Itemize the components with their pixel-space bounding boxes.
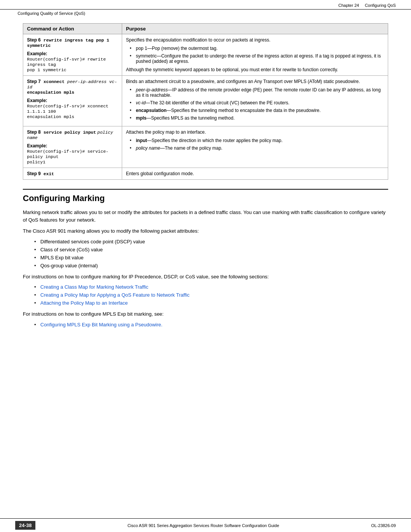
attributes-list: Differentiated services code point (DSCP…	[30, 239, 388, 268]
step8-bullets: input—Specifies the direction in which t…	[126, 138, 384, 151]
step9-purpose-cell: Enters global configuration mode.	[122, 168, 388, 180]
link-item3: Attaching the Policy Map to an Interface	[34, 300, 388, 306]
sub-header: Configuring Quality of Service (QoS)	[0, 10, 411, 16]
step9-step: Step 9	[27, 171, 42, 176]
step8-example-label: Example:	[27, 143, 47, 149]
step6-example-code: Router(config-if-svr)# rewrite ingress t…	[27, 57, 106, 72]
step9-cmd: exit	[43, 171, 54, 176]
page-footer: 24-38 Cisco ASR 901 Series Aggregation S…	[0, 518, 411, 532]
section-title: Configuring Marking	[23, 189, 388, 203]
link-attach-policy[interactable]: Attaching the Policy Map to an Interface	[40, 300, 128, 306]
section-para2: The Cisco ASR 901 marking allows you to …	[23, 227, 388, 235]
main-content: Command or Action Purpose Step 6 rewrite…	[0, 16, 411, 518]
page-container: Chapter 24 Configuring QoS Configuring Q…	[0, 0, 411, 532]
step7-bullet1: peer-ip-address—IP address of the remote…	[130, 87, 384, 98]
link-item1: Creating a Class Map for Marking Network…	[34, 284, 388, 290]
mpls-link-item: Configuring MPLS Exp Bit Marking using a…	[34, 322, 388, 328]
step6-bullet1: pop 1—Pop (remove) the outermost tag.	[130, 46, 384, 51]
link-policy-map[interactable]: Creating a Policy Map for Applying a QoS…	[40, 292, 190, 298]
link-item2: Creating a Policy Map for Applying a QoS…	[34, 292, 388, 298]
step7-bullet3: encapsulation—Specifies the tunneling me…	[130, 108, 384, 113]
step7-bullets: peer-ip-address—IP address of the remote…	[126, 87, 384, 121]
mpls-link-list: Configuring MPLS Exp Bit Marking using a…	[30, 322, 388, 328]
step7-cmd-main: xconnect	[43, 79, 64, 84]
chapter-title: Configuring QoS	[365, 3, 396, 8]
step6-purpose-cell: Specifies the encapsulation modification…	[122, 34, 388, 76]
table-row: Step 6 rewrite ingress tag pop 1 symmetr…	[23, 34, 388, 76]
step8-bullet2: policy name—The name of the policy map.	[130, 145, 384, 151]
footer-center-text: Cisco ASR 901 Series Aggregation Service…	[35, 523, 371, 528]
section-para4: For instructions on how to configure MPL…	[23, 310, 388, 318]
step7-example-label: Example:	[27, 98, 47, 103]
table-row: Step 8 service policy input policy name …	[23, 126, 388, 168]
step7-label: Step 7 xconnect peer-ip-address vc-id en…	[27, 79, 118, 95]
step8-bullet1: input—Specifies the direction in which t…	[130, 138, 384, 143]
page-header: Chapter 24 Configuring QoS	[0, 0, 411, 10]
section-para3: For instructions on how to configure mar…	[23, 273, 388, 281]
step8-command-cell: Step 8 service policy input policy name …	[23, 126, 122, 168]
links-list: Creating a Class Map for Marking Network…	[30, 284, 388, 306]
step6-example-label: Example:	[27, 51, 47, 56]
step8-example-code: Router(config-if-srv)# service-policy in…	[27, 149, 108, 165]
sub-header-text: Configuring Quality of Service (QoS)	[18, 11, 85, 16]
step8-label: Step 8 service policy input policy name	[27, 129, 118, 140]
step9-purpose-intro: Enters global configuration mode.	[126, 171, 384, 176]
table-header-purpose: Purpose	[122, 24, 388, 34]
step8-step: Step 8	[27, 129, 42, 135]
footer-page-num: 24-38	[15, 521, 35, 530]
step8-purpose-intro: Attaches the policy map to an interface.	[126, 129, 384, 135]
attr-item4: Qos-group value (internal)	[34, 263, 388, 268]
section-para1: Marking network traffic allows you to se…	[23, 209, 388, 224]
step6-command-cell: Step 6 rewrite ingress tag pop 1 symmetr…	[23, 34, 122, 76]
step6-bullet2: symmetric—Configure the packet to underg…	[130, 53, 384, 64]
step7-step: Step 7	[27, 79, 42, 84]
link-mpls[interactable]: Configuring MPLS Exp Bit Marking using a…	[40, 322, 162, 328]
step6-step: Step 6	[27, 37, 42, 43]
step7-bullet4: mpls—Specifies MPLS as the tunneling met…	[130, 115, 384, 121]
link-class-map[interactable]: Creating a Class Map for Marking Network…	[40, 284, 148, 290]
step7-cmd-enc: encapsulation mpls	[27, 90, 74, 95]
step7-example-code: Router(config-if-srv)# xconnect 1.1.1.1 …	[27, 104, 108, 119]
step7-bullet2: vc-id—The 32-bit identifier of the virtu…	[130, 100, 384, 105]
chapter-label: Chapter 24	[338, 3, 359, 8]
table-header-command: Command or Action	[23, 24, 122, 34]
step6-label: Step 6 rewrite ingress tag pop 1 symmetr…	[27, 37, 118, 48]
step8-cmd-main: service policy input	[43, 130, 96, 135]
step6-bullets: pop 1—Pop (remove) the outermost tag. sy…	[126, 46, 384, 64]
header-chapter: Chapter 24 Configuring QoS	[338, 3, 396, 8]
step7-purpose-cell: Binds an attachment circuit to a pseudow…	[122, 76, 388, 126]
step9-command-cell: Step 9 exit	[23, 168, 122, 180]
table-row: Step 9 exit Enters global configuration …	[23, 168, 388, 180]
attr-item1: Differentiated services code point (DSCP…	[34, 239, 388, 244]
footer-right-text: OL-23826-09	[371, 523, 396, 528]
step7-command-cell: Step 7 xconnect peer-ip-address vc-id en…	[23, 76, 122, 126]
steps-table: Command or Action Purpose Step 6 rewrite…	[23, 23, 388, 180]
attr-item3: MPLS Exp bit value	[34, 255, 388, 260]
table-row: Step 7 xconnect peer-ip-address vc-id en…	[23, 76, 388, 126]
step6-note: Although the symmetric keyword appears t…	[126, 67, 384, 72]
attr-item2: Class of service (CoS) value	[34, 247, 388, 252]
step7-purpose-intro: Binds an attachment circuit to a pseudow…	[126, 79, 384, 84]
step6-purpose-intro: Specifies the encapsulation modification…	[126, 37, 384, 43]
step8-purpose-cell: Attaches the policy map to an interface.…	[122, 126, 388, 168]
